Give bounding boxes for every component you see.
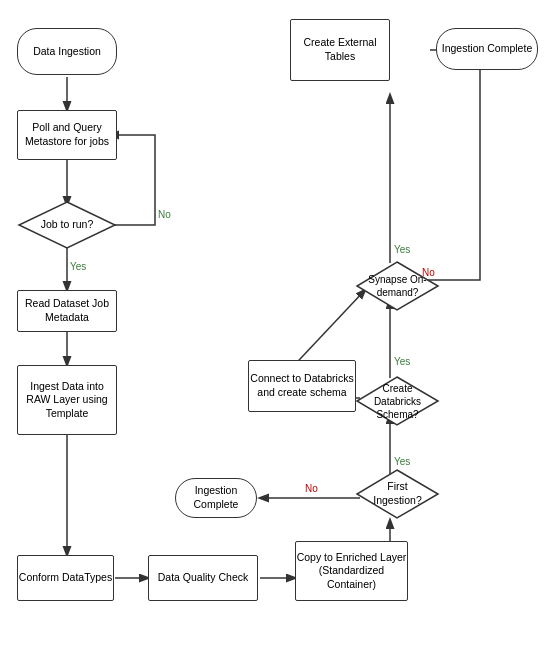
data-ingestion-node: Data Ingestion [17,28,117,75]
ingest-data-node: Ingest Data into RAW Layer using Templat… [17,365,117,435]
ingestion-complete-left-node: Ingestion Complete [175,478,257,518]
poll-query-node: Poll and Query Metastore for jobs [17,110,117,160]
connect-databricks-node: Connect to Databricks and create schema [248,360,356,412]
create-databricks-diamond: Create Databricks Schema? [355,375,440,427]
data-quality-node: Data Quality Check [148,555,258,601]
ingestion-complete-right-node: Ingestion Complete [436,28,538,70]
synapse-ondemand-diamond: Synapse On-demand? [355,260,440,312]
create-external-node: Create External Tables [290,19,390,81]
read-dataset-node: Read Dataset Job Metadata [17,290,117,332]
job-to-run-diamond: Job to run? [17,200,117,250]
conform-datatypes-node: Conform DataTypes [17,555,114,601]
